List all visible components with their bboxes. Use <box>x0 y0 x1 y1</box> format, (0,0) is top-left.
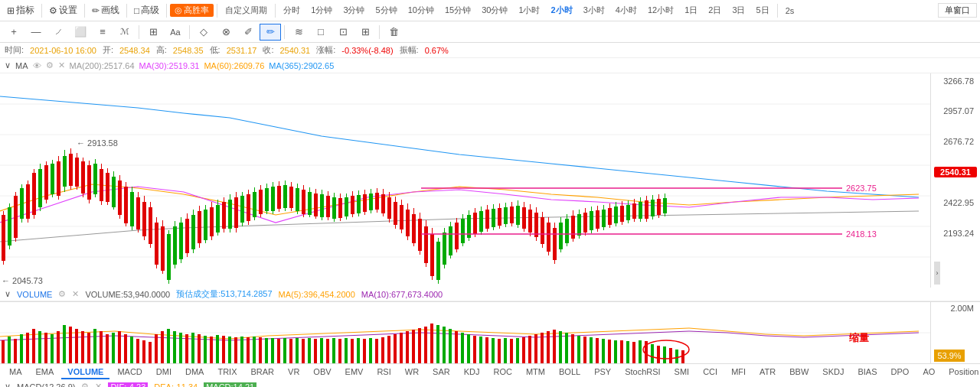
period-2s[interactable]: 2s <box>781 5 799 17</box>
period-2d[interactable]: 2日 <box>704 3 726 18</box>
period-15m[interactable]: 15分钟 <box>440 3 475 18</box>
draw-trend[interactable]: ⟋ <box>47 24 69 41</box>
period-2h[interactable]: 2小时 <box>547 3 577 18</box>
svg-rect-335 <box>639 340 642 363</box>
draw-cursor[interactable]: + <box>3 24 24 41</box>
draw-rect[interactable]: ⬜ <box>70 24 91 41</box>
tab-dpo[interactable]: DPO <box>885 366 916 379</box>
svg-rect-291 <box>369 338 372 363</box>
vol-collapse[interactable]: ∨ <box>5 289 11 299</box>
draw-wave[interactable]: ℳ <box>114 24 136 41</box>
ma-close[interactable]: ✕ <box>58 60 65 70</box>
volume-eye[interactable]: ⚙ <box>58 289 66 299</box>
svg-text:2418.13: 2418.13 <box>846 229 877 239</box>
draw-delete[interactable]: 🗑 <box>383 24 404 41</box>
tab-smi[interactable]: SMI <box>668 366 696 379</box>
volume-close[interactable]: ✕ <box>72 289 79 299</box>
ma-settings[interactable]: ⚙ <box>46 60 54 70</box>
svg-rect-251 <box>124 334 127 363</box>
draw-ruler[interactable]: ≋ <box>288 24 309 41</box>
period-5d[interactable]: 5日 <box>752 3 774 18</box>
tab-bias[interactable]: BIAS <box>851 366 883 379</box>
info-bar: 时间: 2021-06-10 16:00 开: 2548.34 高: 2548.… <box>0 43 980 58</box>
toolbar-highwin[interactable]: ◎ 高胜率 <box>170 4 214 17</box>
period-5m[interactable]: 5分钟 <box>371 3 402 18</box>
tab-kdj[interactable]: KDJ <box>458 366 486 379</box>
toolbar-drawing[interactable]: ✏ 画线 <box>88 2 123 18</box>
volume-chart[interactable]: 缩量 <box>0 302 930 363</box>
ma-eye[interactable]: 👁 <box>33 61 41 70</box>
svg-rect-262 <box>191 333 194 363</box>
draw-parallel[interactable]: ≡ <box>92 24 113 41</box>
period-3m[interactable]: 3分钟 <box>338 3 369 18</box>
tab-skdj[interactable]: SKDJ <box>816 366 850 379</box>
dea-value: DEA:-11.34 <box>154 382 198 388</box>
candlestick-chart[interactable]: 2623.75 2418.13 ← 2913.58 ← 2045.73 <box>0 73 930 288</box>
svg-rect-337 <box>651 344 654 363</box>
tab-psy[interactable]: PSY <box>588 366 617 379</box>
svg-rect-304 <box>449 329 452 363</box>
tab-rsi[interactable]: RSI <box>371 366 397 379</box>
tab-position[interactable]: Position <box>942 366 980 379</box>
tab-ma[interactable]: MA <box>3 366 28 379</box>
tab-dmi[interactable]: DMI <box>150 366 178 379</box>
tab-sar[interactable]: SAR <box>426 366 456 379</box>
tab-trix[interactable]: TRIX <box>211 366 243 379</box>
tab-volume[interactable]: VOLUME <box>61 366 109 379</box>
tab-stochrsi[interactable]: StochRSI <box>619 366 666 379</box>
draw-text[interactable]: Aa <box>165 24 186 41</box>
single-window-btn[interactable]: 单窗口 <box>938 3 977 18</box>
draw-hline[interactable]: — <box>25 24 47 41</box>
tab-brar[interactable]: BRAR <box>244 366 280 379</box>
tab-mfi[interactable]: MFI <box>725 366 752 379</box>
tab-mtm[interactable]: MTM <box>520 366 551 379</box>
tab-emv[interactable]: EMV <box>339 366 370 379</box>
period-1m[interactable]: 1分钟 <box>306 3 337 18</box>
toolbar-settings[interactable]: ⚙ 设置 <box>45 2 81 18</box>
svg-rect-283 <box>320 338 323 363</box>
draw-grid[interactable]: ⊞ <box>142 24 164 41</box>
tab-roc[interactable]: ROC <box>487 366 518 379</box>
draw-pencil[interactable]: ✏ <box>260 24 281 41</box>
period-fen[interactable]: 分时 <box>279 3 305 18</box>
draw-pen[interactable]: ✐ <box>237 24 259 41</box>
tab-dma[interactable]: DMA <box>179 366 210 379</box>
ma-collapse[interactable]: ∨ <box>5 60 11 70</box>
period-3h[interactable]: 3小时 <box>579 3 609 18</box>
period-custom[interactable]: 自定义周期 <box>220 3 272 18</box>
tab-bbw[interactable]: BBW <box>783 366 815 379</box>
period-1h[interactable]: 1小时 <box>514 3 544 18</box>
period-12h[interactable]: 12小时 <box>643 3 678 18</box>
svg-rect-257 <box>161 331 164 363</box>
period-10m[interactable]: 10分钟 <box>403 3 439 18</box>
macd-collapse[interactable]: ∨ <box>5 382 11 387</box>
tab-macd[interactable]: MACD <box>111 366 148 379</box>
period-3d[interactable]: 3日 <box>727 3 750 18</box>
svg-rect-238 <box>44 333 47 363</box>
draw-box2[interactable]: ⊡ <box>332 24 354 41</box>
tab-vr[interactable]: VR <box>282 366 305 379</box>
toolbar-index[interactable]: ⊞ 指标 <box>3 2 38 18</box>
tab-wr[interactable]: WR <box>399 366 425 379</box>
svg-rect-309 <box>479 337 482 363</box>
settings-icon: ⚙ <box>49 5 57 16</box>
svg-rect-266 <box>216 335 219 363</box>
svg-rect-237 <box>38 331 41 363</box>
axis-collapse[interactable]: › <box>934 262 940 285</box>
tab-boll[interactable]: BOLL <box>553 366 586 379</box>
period-4h[interactable]: 4小时 <box>611 3 642 18</box>
draw-measure[interactable]: ⊞ <box>354 24 376 41</box>
tab-obv[interactable]: OBV <box>307 366 337 379</box>
tab-ao[interactable]: AO <box>916 366 941 379</box>
draw-box[interactable]: □ <box>310 24 332 41</box>
macd-eye[interactable]: ⚙ <box>81 382 89 387</box>
draw-eraser[interactable]: ◇ <box>193 24 214 41</box>
period-30m[interactable]: 30分钟 <box>477 3 512 18</box>
tab-atr[interactable]: ATR <box>753 366 782 379</box>
tab-cci[interactable]: CCI <box>697 366 724 379</box>
draw-eraser2[interactable]: ⊗ <box>215 24 237 41</box>
toolbar-advanced[interactable]: □ 高级 <box>130 2 163 18</box>
period-1d[interactable]: 1日 <box>680 3 702 18</box>
tab-ema[interactable]: EMA <box>30 366 60 379</box>
macd-close[interactable]: ✕ <box>95 382 102 387</box>
